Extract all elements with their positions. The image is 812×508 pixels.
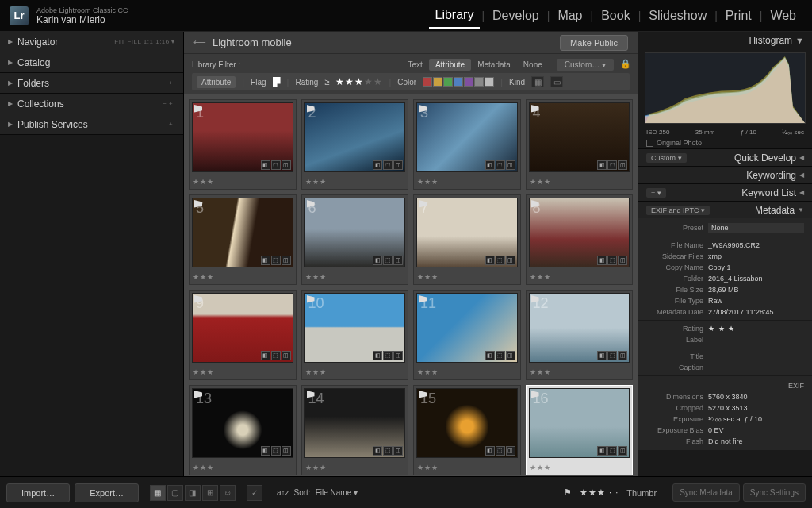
sync-settings-button[interactable]: Sync Settings: [743, 483, 806, 502]
panel-keywording[interactable]: Keywording◀: [638, 166, 812, 183]
panel-quick-develop[interactable]: Custom ▾Quick Develop◀: [638, 148, 812, 166]
badge-icon: ⬚: [607, 446, 617, 456]
thumb-rating[interactable]: ★★★: [193, 464, 214, 471]
thumb-rating[interactable]: ★★★: [530, 368, 551, 376]
survey-view-icon[interactable]: ⊞: [202, 485, 218, 501]
filter-attribute[interactable]: Attribute: [197, 76, 236, 88]
sync-metadata-button[interactable]: Sync Metadata: [672, 483, 740, 502]
sort-direction-icon[interactable]: a↑z: [277, 488, 289, 497]
filter-tab-attribute[interactable]: Attribute: [429, 59, 471, 71]
thumb-rating[interactable]: ★★★: [530, 464, 551, 471]
color-swatch[interactable]: [464, 77, 473, 87]
thumbnail[interactable]: 3◧⬚◫★★★: [413, 99, 521, 190]
module-library[interactable]: Library: [429, 3, 481, 29]
panel-keyword-list[interactable]: + ▾Keyword List◀: [638, 183, 812, 201]
thumb-rating[interactable]: ★★★: [530, 273, 551, 281]
meta-row: Exposure¹⁄₄₀₀ sec at ƒ / 10: [638, 414, 812, 425]
filter-rating-label: Rating: [295, 78, 318, 87]
panel-metadata[interactable]: EXIF and IPTC ▾Metadata▼: [638, 201, 812, 218]
thumb-rating[interactable]: ★★★: [305, 368, 327, 376]
lock-icon[interactable]: 🔒: [620, 59, 630, 70]
thumbnail[interactable]: 2◧⬚◫★★★: [301, 99, 409, 190]
module-develop[interactable]: Develop: [486, 4, 546, 28]
thumb-rating[interactable]: ★★★: [305, 273, 327, 281]
thumb-rating[interactable]: ★★★: [417, 178, 439, 186]
thumbnail[interactable]: 8◧⬚◫★★★: [526, 194, 634, 285]
rating-filter[interactable]: ★★★★★: [335, 76, 382, 87]
color-swatch[interactable]: [443, 77, 453, 87]
compare-view-icon[interactable]: ◨: [185, 485, 201, 501]
histogram-toggle-icon[interactable]: ▼: [795, 36, 804, 45]
back-icon[interactable]: ⟵: [193, 37, 206, 48]
sort-dropdown[interactable]: File Name ▾: [316, 488, 358, 497]
color-swatch[interactable]: [423, 77, 432, 87]
thumbnail[interactable]: 12◧⬚◫★★★: [526, 290, 634, 380]
kind-all-icon[interactable]: ▦: [531, 76, 544, 87]
app-title: Adobe Lightroom Classic CC: [36, 6, 128, 14]
kind-video-icon[interactable]: ▭: [550, 76, 563, 87]
badge-icon: ⬚: [271, 351, 281, 360]
histogram[interactable]: [645, 52, 806, 124]
filter-flag-label: Flag: [251, 78, 266, 87]
grid-view-icon[interactable]: ▦: [150, 485, 166, 501]
panel-catalog[interactable]: ▶Catalog: [0, 52, 183, 73]
badge-icon: ⬚: [496, 160, 505, 170]
thumb-rating[interactable]: ★★★: [417, 273, 439, 281]
module-book[interactable]: Book: [595, 4, 636, 28]
thumbnail[interactable]: 11◧⬚◫★★★: [413, 290, 521, 380]
panel-folders[interactable]: ▶Folders+.: [0, 73, 183, 94]
color-swatch[interactable]: [433, 77, 442, 87]
panel-publish-services[interactable]: ▶Publish Services+.: [0, 114, 183, 135]
original-photo-checkbox[interactable]: [646, 140, 653, 147]
color-swatch[interactable]: [485, 77, 494, 87]
module-print[interactable]: Print: [719, 4, 758, 28]
loupe-view-icon[interactable]: ▢: [167, 485, 183, 501]
thumbnail[interactable]: 14◧⬚◫★★★: [301, 385, 409, 475]
thumb-rating[interactable]: ★★★: [305, 464, 327, 471]
people-view-icon[interactable]: ☺: [220, 485, 236, 501]
module-slideshow[interactable]: Slideshow: [642, 4, 713, 28]
spray-icon[interactable]: ✓: [247, 485, 262, 501]
color-swatch[interactable]: [454, 77, 463, 87]
filter-kind-label: Kind: [509, 78, 525, 87]
export-button[interactable]: Export…: [75, 483, 139, 502]
filter-tab-none[interactable]: None: [517, 59, 549, 71]
thumbnail[interactable]: 5◧⬚◫★★★: [189, 194, 297, 285]
thumb-rating[interactable]: ★★★: [305, 178, 327, 186]
filter-tab-metadata[interactable]: Metadata: [471, 59, 517, 71]
badge-icon: ◧: [597, 160, 607, 170]
module-map[interactable]: Map: [551, 4, 588, 28]
thumb-rating[interactable]: ★★★: [193, 273, 214, 281]
thumb-rating[interactable]: ★★★: [417, 464, 439, 471]
thumbnail[interactable]: 1◧⬚◫★★★: [189, 99, 297, 190]
thumb-rating[interactable]: ★★★: [530, 178, 551, 186]
thumbnail[interactable]: 15◧⬚◫★★★: [413, 385, 521, 475]
thumbnail[interactable]: 9◧⬚◫★★★: [189, 290, 297, 380]
panel-navigator[interactable]: ▶NavigatorFIT FILL 1:1 1:16 ▾: [0, 32, 183, 52]
filter-preset-dropdown[interactable]: Custom… ▾: [557, 59, 614, 71]
rating-operator[interactable]: ≥: [324, 77, 329, 87]
filter-tab-text[interactable]: Text: [402, 59, 429, 71]
thumbnail[interactable]: 10◧⬚◫★★★: [301, 290, 409, 380]
thumb-rating[interactable]: ★★★: [193, 178, 214, 186]
badge-icon: ◧: [261, 351, 270, 360]
panel-collections[interactable]: ▶Collections− +.: [0, 94, 183, 114]
thumb-rating[interactable]: ★★★: [193, 368, 214, 376]
thumbnail[interactable]: 7◧⬚◫★★★: [413, 194, 521, 285]
thumbnail[interactable]: 6◧⬚◫★★★: [301, 194, 409, 285]
module-web[interactable]: Web: [764, 4, 802, 28]
thumbnail[interactable]: 16◧⬚◫★★★: [526, 385, 634, 475]
badge-icon: ◧: [485, 256, 495, 265]
bottom-rating[interactable]: ★★★ · ·: [580, 487, 619, 498]
meta-row: Folder2016_4 Lissabon: [638, 273, 812, 284]
make-public-button[interactable]: Make Public: [560, 35, 628, 51]
color-swatch[interactable]: [474, 77, 484, 87]
meta-rating[interactable]: ★ ★ ★ · ·: [708, 325, 804, 333]
import-button[interactable]: Import…: [6, 483, 70, 502]
badge-icon: ◧: [373, 351, 382, 360]
flag-icon[interactable]: [273, 77, 281, 87]
thumbnail[interactable]: 13◧⬚◫★★★: [189, 385, 297, 475]
thumb-rating[interactable]: ★★★: [417, 368, 439, 376]
thumbnail[interactable]: 4◧⬚◫★★★: [526, 99, 634, 190]
flag-toggle-icon[interactable]: ⚑: [564, 487, 572, 498]
